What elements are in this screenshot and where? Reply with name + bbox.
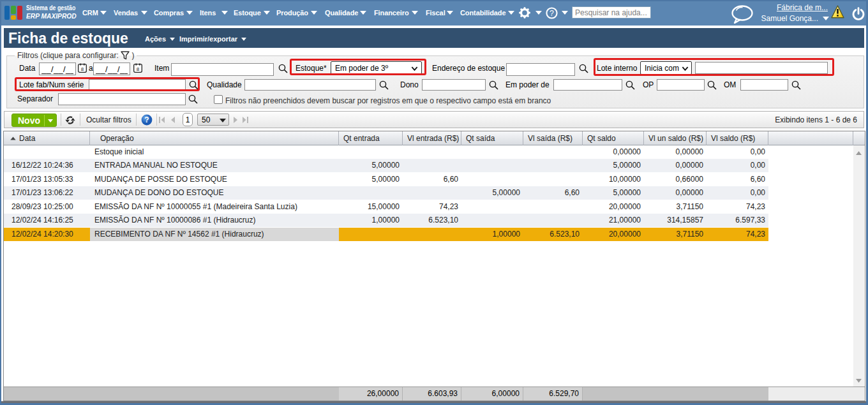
svg-text:?: ? <box>144 115 149 124</box>
svg-text:?: ? <box>550 9 554 18</box>
